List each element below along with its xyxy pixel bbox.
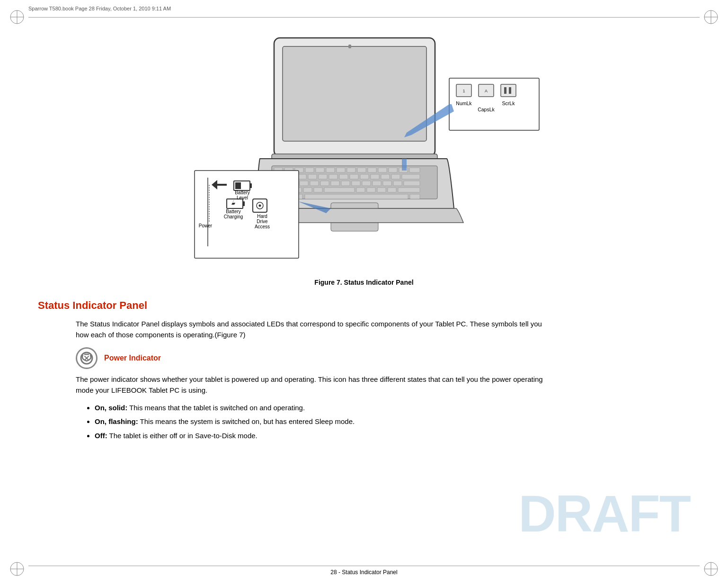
- svg-rect-50: [341, 181, 350, 186]
- svg-rect-43: [402, 174, 420, 179]
- svg-rect-60: [314, 188, 322, 192]
- svg-rect-98: [504, 87, 506, 94]
- svg-rect-35: [319, 174, 327, 179]
- bullet-text-1: This means that the tablet is switched o…: [129, 404, 305, 412]
- svg-rect-30: [409, 168, 420, 172]
- svg-rect-26: [368, 168, 376, 172]
- power-indicator-icon: [76, 347, 98, 369]
- bullet-bold-2: On, flashing:: [95, 417, 138, 425]
- svg-rect-36: [329, 174, 337, 179]
- figure-caption: Figure 7. Status Indicator Panel: [314, 279, 413, 286]
- svg-rect-37: [339, 174, 348, 179]
- corner-mark-tr: [702, 9, 719, 26]
- corner-mark-tl: [9, 9, 26, 26]
- svg-text:Power: Power: [199, 223, 213, 228]
- svg-text:A: A: [485, 89, 488, 93]
- laptop-illustration: Power Battery Level Battery Charging Har…: [179, 24, 549, 270]
- header-text: Sparrow T580.book Page 28 Friday, Octobe…: [28, 6, 171, 11]
- power-svg: [79, 351, 94, 366]
- body-text-1: The Status Indicator Panel displays symb…: [76, 318, 549, 341]
- header-bar: Sparrow T580.book Page 28 Friday, Octobe…: [28, 6, 700, 11]
- svg-text:Charging: Charging: [224, 214, 243, 219]
- svg-rect-23: [337, 168, 345, 172]
- svg-rect-42: [391, 174, 400, 179]
- svg-rect-52: [362, 181, 371, 186]
- svg-rect-62: [356, 188, 365, 192]
- svg-rect-49: [331, 181, 339, 186]
- footer-divider: [28, 566, 700, 566]
- svg-text:Battery: Battery: [226, 209, 241, 214]
- svg-rect-47: [310, 181, 319, 186]
- svg-rect-48: [320, 181, 329, 186]
- svg-rect-97: [501, 84, 516, 97]
- svg-point-81: [259, 205, 261, 207]
- svg-text:ScrLk: ScrLk: [502, 100, 515, 106]
- indicator-row: Power Indicator: [76, 347, 690, 369]
- svg-rect-20: [305, 168, 314, 172]
- svg-rect-22: [326, 168, 335, 172]
- svg-rect-40: [371, 174, 379, 179]
- svg-rect-13: [283, 46, 426, 141]
- svg-text:Access: Access: [255, 224, 270, 229]
- bullet-item-1: On, solid: This means that the tablet is…: [95, 402, 521, 413]
- footer-text: 28 - Status Indicator Panel: [330, 569, 397, 576]
- section-heading: Status Indicator Panel: [38, 299, 690, 312]
- bullet-bold-3: Off:: [95, 432, 107, 440]
- svg-text:Level: Level: [237, 195, 248, 200]
- svg-rect-64: [377, 188, 386, 192]
- svg-rect-68: [305, 194, 408, 199]
- svg-text:CapsLk: CapsLk: [478, 107, 495, 112]
- svg-text:Drive: Drive: [257, 219, 268, 224]
- svg-rect-53: [373, 181, 381, 186]
- svg-rect-14: [348, 45, 351, 48]
- svg-rect-54: [383, 181, 391, 186]
- svg-rect-69: [410, 194, 420, 199]
- svg-rect-59: [303, 188, 312, 192]
- svg-rect-34: [308, 174, 317, 179]
- svg-rect-41: [381, 174, 390, 179]
- svg-rect-61: [324, 188, 355, 192]
- bullet-text-2: This means the system is switched on, bu…: [140, 417, 355, 425]
- svg-rect-56: [404, 181, 420, 186]
- power-indicator-label: Power Indicator: [104, 354, 161, 362]
- svg-rect-39: [360, 174, 369, 179]
- svg-rect-27: [378, 168, 387, 172]
- bullet-item-2: On, flashing: This means the system is s…: [95, 416, 521, 427]
- svg-rect-55: [393, 181, 402, 186]
- bullet-list: On, solid: This means that the tablet is…: [95, 402, 690, 441]
- svg-rect-65: [388, 188, 396, 192]
- bullet-bold-1: On, solid:: [95, 404, 127, 412]
- svg-rect-75: [250, 183, 252, 188]
- svg-text:NumLk: NumLk: [456, 100, 472, 106]
- svg-rect-99: [509, 87, 511, 94]
- bullet-item-3: Off: The tablet is either off or in Save…: [95, 430, 521, 441]
- svg-text:1: 1: [462, 89, 465, 93]
- svg-rect-66: [398, 188, 420, 192]
- svg-rect-25: [357, 168, 366, 172]
- figure-container: Power Battery Level Battery Charging Har…: [179, 24, 549, 275]
- svg-rect-46: [300, 181, 308, 186]
- svg-rect-76: [235, 182, 241, 189]
- svg-rect-63: [367, 188, 375, 192]
- svg-rect-51: [352, 181, 360, 186]
- svg-rect-28: [389, 168, 397, 172]
- bullet-text-3: The tablet is either off or in Save-to-D…: [109, 432, 257, 440]
- svg-rect-24: [347, 168, 355, 172]
- svg-rect-38: [350, 174, 358, 179]
- footer-bar: 28 - Status Indicator Panel: [0, 569, 728, 576]
- svg-rect-21: [316, 168, 324, 172]
- header-divider: [28, 17, 700, 18]
- svg-text:Hard: Hard: [257, 214, 267, 219]
- main-content: Power Battery Level Battery Charging Har…: [38, 24, 690, 558]
- svg-text:Battery: Battery: [235, 190, 250, 195]
- body-text-2: The power indicator shows whether your t…: [76, 374, 549, 396]
- svg-rect-78: [243, 201, 245, 206]
- figure-area: Power Battery Level Battery Charging Har…: [38, 24, 690, 295]
